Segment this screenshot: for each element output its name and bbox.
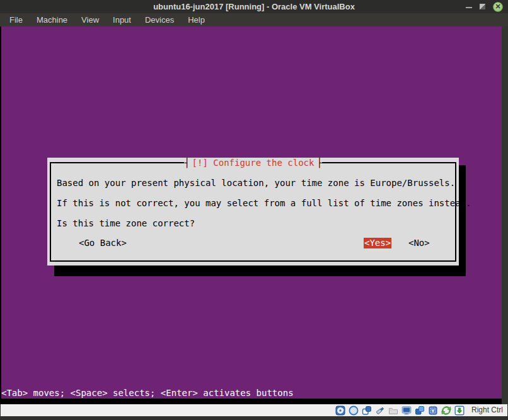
go-back-button[interactable]: <Go Back> <box>79 238 127 248</box>
title-left-tick: ┤ <box>184 158 189 168</box>
menu-view[interactable]: View <box>74 13 106 26</box>
features-icon[interactable] <box>428 405 438 416</box>
dialog-buttons-row: <Go Back> <Yes> <No> <box>47 238 459 249</box>
installer-screen: ┤[!] Configure the clock├ Based on your … <box>1 26 502 399</box>
vm-display-area: ┤[!] Configure the clock├ Based on your … <box>0 26 508 404</box>
virtualbox-window: { "window": { "title": "ubuntu16-jun2017… <box>0 0 508 420</box>
video-capture-icon[interactable] <box>415 405 425 416</box>
usb-icon[interactable] <box>375 405 385 416</box>
restore-icon[interactable] <box>480 4 485 9</box>
window-title: ubuntu16-jun2017 [Running] - Oracle VM V… <box>61 0 447 13</box>
optical-disk-icon[interactable] <box>349 405 359 416</box>
titlebar: ubuntu16-jun2017 [Running] - Oracle VM V… <box>0 0 508 13</box>
title-right-tick: ├ <box>316 158 321 168</box>
keyboard-capture-icon[interactable] <box>454 405 465 416</box>
shared-folders-icon[interactable] <box>388 405 398 416</box>
installer-help-line: <Tab> moves; <Space> selects; <Enter> ac… <box>1 388 294 398</box>
host-key-label: Right Ctrl <box>471 404 503 416</box>
dialog-text-select-list: If this is not correct, you may select f… <box>57 198 471 209</box>
yes-button[interactable]: <Yes> <box>364 238 391 248</box>
menu-help[interactable]: Help <box>181 13 212 26</box>
menu-machine[interactable]: Machine <box>30 13 74 26</box>
statusbar: Right Ctrl <box>1 404 507 416</box>
window-controls: ✕ <box>447 0 508 13</box>
display-icon[interactable] <box>401 405 412 416</box>
menubar: File Machine View Input Devices Help <box>0 13 508 26</box>
hard-disk-icon[interactable] <box>335 405 345 416</box>
dialog-text-timezone-detected: Based on your present physical location,… <box>57 178 455 189</box>
menu-devices[interactable]: Devices <box>138 13 181 26</box>
mouse-integration-icon[interactable] <box>441 405 451 416</box>
menu-input[interactable]: Input <box>106 13 138 26</box>
minimize-icon[interactable] <box>466 7 472 8</box>
dialog-text-question: Is this time zone correct? <box>57 218 195 229</box>
network-icon[interactable] <box>362 405 372 416</box>
menu-file[interactable]: File <box>3 13 30 26</box>
dialog-title: ┤[!] Configure the clock├ <box>47 158 459 168</box>
configure-clock-dialog: ┤[!] Configure the clock├ Based on your … <box>47 158 459 265</box>
close-icon[interactable]: ✕ <box>493 2 503 12</box>
dialog-title-text: [!] Configure the clock <box>190 158 317 168</box>
no-button[interactable]: <No> <box>408 238 430 248</box>
vm-right-margin <box>502 26 508 404</box>
